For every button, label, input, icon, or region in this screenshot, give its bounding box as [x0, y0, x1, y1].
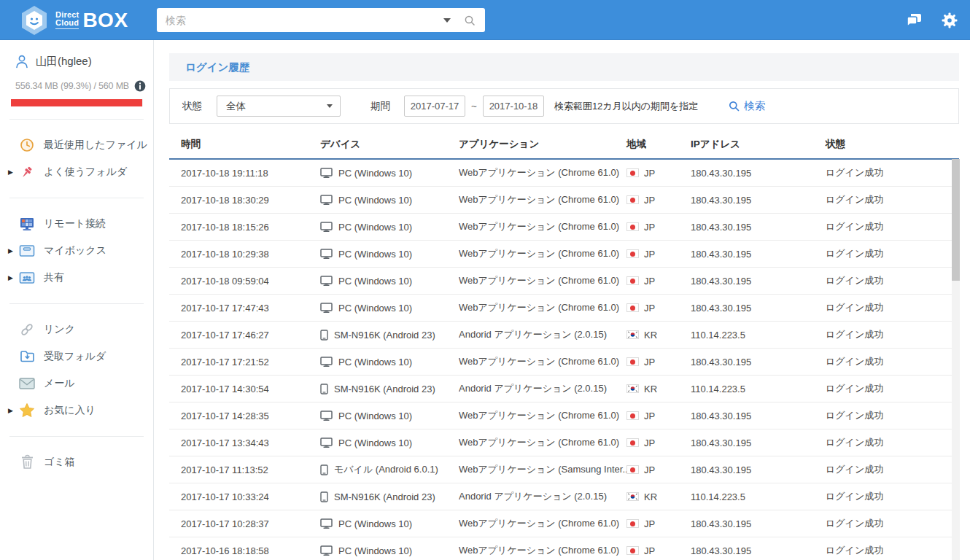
cell-status: ログイン成功 [826, 463, 959, 476]
cell-time: 2017-10-18 09:59:04 [169, 276, 320, 287]
info-icon[interactable] [134, 80, 146, 92]
page-title: ログイン履歴 [185, 61, 249, 74]
divider [9, 119, 144, 120]
cell-status: ログイン成功 [826, 193, 959, 206]
cell-device: PC (Windows 10) [320, 545, 459, 556]
sidebar-item-favorite-folders[interactable]: ▶ よく使うフォルダ [0, 158, 153, 185]
pc-monitor-icon [320, 411, 333, 421]
cell-application: Webアプリケーション (Chrome 61.0) [459, 274, 626, 287]
cell-application: Webアプリケーション (Chrome 61.0) [459, 409, 626, 422]
divider [9, 436, 144, 437]
cell-region: JP [626, 168, 691, 179]
scrollbar-thumb[interactable] [952, 159, 960, 281]
chat-icon[interactable] [904, 12, 923, 29]
cell-region: JP [626, 303, 691, 314]
cell-device: PC (Windows 10) [320, 438, 459, 448]
cell-ip-address: 180.43.30.195 [691, 545, 826, 556]
user-info[interactable]: 山田(hglee) [0, 55, 153, 69]
device-name: SM-N916K (Android 23) [334, 330, 435, 341]
cell-device: SM-N916K (Android 23) [320, 330, 459, 341]
sidebar-item-links[interactable]: リンク [0, 316, 153, 343]
device-name: PC (Windows 10) [338, 545, 412, 556]
sidebar-item-label: マイボックス [44, 244, 106, 257]
cell-device: PC (Windows 10) [320, 249, 459, 260]
sidebar-item-label: 最近使用したファイル [44, 139, 147, 152]
clock-icon [18, 138, 36, 152]
sidebar-item-trash[interactable]: ゴミ箱 [0, 448, 153, 475]
expand-caret-icon[interactable]: ▶ [8, 274, 18, 281]
sidebar-item-receive-folder[interactable]: 受取フォルダ [0, 343, 153, 370]
vertical-scrollbar[interactable] [952, 159, 960, 560]
cell-device: モバイル (Android 6.0.1) [320, 463, 459, 476]
status-select[interactable]: 全体 [217, 96, 341, 117]
device-name: PC (Windows 10) [338, 249, 412, 260]
search-button[interactable]: 検索 [729, 99, 765, 113]
cell-status: ログイン成功 [826, 517, 959, 530]
box-icon [18, 244, 36, 257]
link-icon [18, 322, 36, 337]
region-code: JP [644, 276, 655, 287]
cell-application: Webアプリケーション (Chrome 61.0) [459, 166, 626, 179]
date-from-input[interactable] [404, 96, 465, 117]
remote-desktop-icon [18, 217, 36, 231]
kr-flag-icon [626, 384, 639, 393]
sidebar-item-label: 共有 [44, 271, 64, 284]
cell-application: Webアプリケーション (Chrome 61.0) [459, 301, 626, 314]
cell-region: JP [626, 195, 691, 206]
storage-progress-bar [11, 99, 143, 106]
date-to-input[interactable] [483, 96, 544, 117]
sidebar-item-shared[interactable]: ▶ 共有 [0, 264, 153, 291]
cell-ip-address: 180.43.30.195 [691, 518, 826, 529]
table-body: 2017-10-18 19:11:18 PC (Windows 10) Webア… [169, 160, 959, 560]
sidebar-item-mail[interactable]: メール [0, 370, 153, 397]
search-icon[interactable] [464, 15, 476, 26]
pc-monitor-icon [320, 303, 333, 314]
main-content: ログイン履歴 状態 全体 期間 ~ 検索範囲12カ月以内の期間を指定 検索 [154, 40, 970, 560]
search-scope-dropdown-icon[interactable] [443, 18, 451, 23]
chevron-down-icon [327, 104, 333, 108]
period-label: 期間 [370, 100, 390, 113]
region-code: KR [644, 491, 657, 502]
cell-region: JP [626, 222, 691, 233]
jp-flag-icon [626, 546, 639, 555]
search-input[interactable] [157, 8, 439, 32]
cell-status: ログイン成功 [826, 274, 959, 287]
cell-ip-address: 180.43.30.195 [691, 438, 826, 448]
sidebar-item-remote-connect[interactable]: リモート接続 [0, 210, 153, 237]
sidebar-item-favorites[interactable]: ▶ お気に入り [0, 397, 153, 424]
device-name: PC (Windows 10) [338, 168, 412, 179]
sidebar-item-label: よく使うフォルダ [44, 166, 127, 179]
region-code: JP [644, 195, 655, 206]
expand-caret-icon[interactable]: ▶ [8, 168, 18, 176]
status-select-value: 全体 [226, 100, 246, 113]
table-row: 2017-10-18 19:11:18 PC (Windows 10) Webア… [169, 160, 959, 187]
jp-flag-icon [626, 465, 639, 474]
page-title-bar: ログイン履歴 [169, 53, 959, 81]
device-name: PC (Windows 10) [338, 357, 412, 368]
device-name: PC (Windows 10) [338, 518, 412, 529]
expand-caret-icon[interactable]: ▶ [8, 407, 18, 414]
mobile-phone-icon [320, 384, 328, 394]
cell-region: KR [626, 491, 691, 502]
cell-region: KR [626, 384, 691, 394]
column-header-region: 地域 [626, 138, 691, 151]
sidebar-item-label: お気に入り [44, 404, 96, 417]
sidebar-item-recent-files[interactable]: 最近使用したファイル [0, 131, 153, 158]
settings-gear-icon[interactable] [941, 12, 958, 29]
cell-status: ログイン成功 [826, 166, 959, 179]
jp-flag-icon [626, 438, 639, 447]
app-logo[interactable]: Direct Cloud BOX [20, 5, 128, 36]
cell-time: 2017-10-18 18:30:29 [169, 195, 320, 206]
user-name: 山田(hglee) [36, 55, 92, 69]
cell-time: 2017-10-17 17:47:43 [169, 303, 320, 314]
jp-flag-icon [626, 357, 639, 366]
device-name: PC (Windows 10) [338, 303, 412, 314]
cell-region: JP [626, 464, 691, 475]
region-code: KR [644, 384, 657, 394]
region-code: JP [644, 249, 655, 260]
device-name: PC (Windows 10) [338, 222, 412, 233]
sidebar-item-mybox[interactable]: ▶ マイボックス [0, 237, 153, 264]
table-row: 2017-10-18 10:29:38 PC (Windows 10) Webア… [169, 241, 959, 268]
expand-caret-icon[interactable]: ▶ [8, 247, 18, 254]
table-row: 2017-10-17 14:28:35 PC (Windows 10) Webア… [169, 402, 959, 429]
